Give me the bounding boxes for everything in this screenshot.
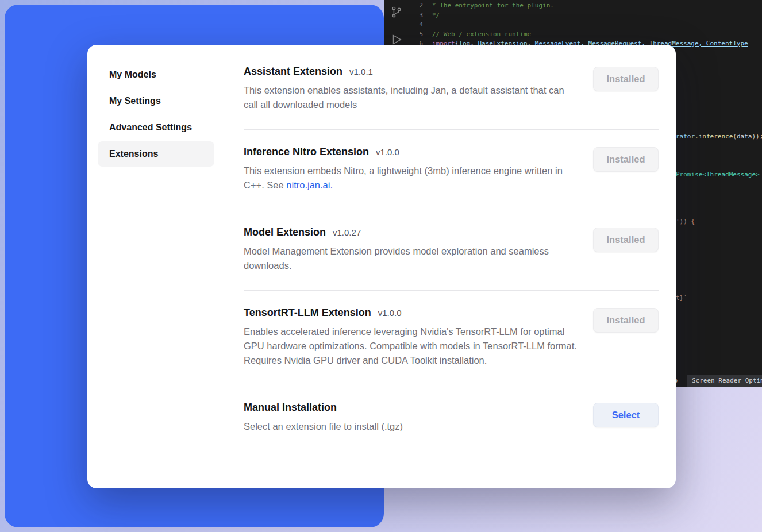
code-text: * The entrypoint for the plugin.	[432, 1, 554, 11]
code-fragment: Promise<ThreadMessage>	[676, 170, 760, 180]
line-number: 4	[409, 20, 432, 30]
installed-button[interactable]: Installed	[593, 147, 659, 172]
extension-version: v1.0.0	[378, 308, 402, 318]
extension-version: v1.0.27	[333, 228, 361, 237]
code-text: */	[432, 11, 440, 21]
code-text: // Web / extension runtime	[432, 30, 531, 40]
manual-installation-row: Manual Installation Select an extension …	[244, 385, 659, 451]
extension-version: v1.0.1	[349, 67, 373, 76]
extension-version: v1.0.0	[376, 147, 399, 157]
sidebar-item-my-models[interactable]: My Models	[98, 62, 214, 87]
extension-description: This extension embeds Nitro, a lightweig…	[244, 164, 579, 192]
code-fragment: t}`	[676, 294, 687, 303]
code-fragment: ')) {	[676, 217, 695, 227]
line-number: 3	[409, 11, 432, 21]
extension-description: Model Management Extension provides mode…	[244, 244, 579, 273]
extension-title: TensortRT-LLM Extension	[244, 307, 371, 319]
extension-title: Model Extension	[244, 226, 326, 238]
installed-button[interactable]: Installed	[593, 308, 659, 333]
extension-row-assistant: Assistant Extension v1.0.1 This extensio…	[244, 49, 659, 130]
sidebar-item-advanced-settings[interactable]: Advanced Settings	[98, 115, 214, 140]
code-line: 4	[409, 20, 762, 30]
extension-row-tensorrt-llm: TensortRT-LLM Extension v1.0.0 Enables a…	[244, 291, 659, 385]
extension-row-model: Model Extension v1.0.27 Model Management…	[244, 210, 659, 291]
code-area: 2 * The entrypoint for the plugin. 3 */ …	[409, 1, 762, 49]
code-fragment: rator.inference(data));	[676, 132, 762, 142]
settings-modal: My Models My Settings Advanced Settings …	[87, 45, 676, 488]
installed-button[interactable]: Installed	[593, 67, 659, 91]
code-line: 5 // Web / extension runtime	[409, 30, 762, 40]
git-branch-icon[interactable]	[390, 6, 403, 18]
run-debug-icon[interactable]	[390, 33, 403, 46]
line-number: 2	[409, 1, 432, 11]
extension-description: This extension enables assistants, inclu…	[244, 83, 579, 112]
line-number: 5	[409, 30, 432, 40]
select-file-button[interactable]: Select	[593, 403, 659, 427]
manual-installation-title: Manual Installation	[244, 402, 337, 414]
sidebar-item-my-settings[interactable]: My Settings	[98, 88, 214, 114]
code-line: 2 * The entrypoint for the plugin.	[409, 1, 762, 11]
extension-description: Enables accelerated inference leveraging…	[244, 325, 579, 368]
extensions-panel: Assistant Extension v1.0.1 This extensio…	[224, 45, 676, 488]
manual-installation-description: Select an extension file to install (.tg…	[244, 419, 403, 434]
code-line: 3 */	[409, 11, 762, 21]
screen-reader-badge[interactable]: Screen Reader Optimize	[687, 375, 762, 387]
installed-button[interactable]: Installed	[593, 228, 659, 252]
extension-title: Assistant Extension	[244, 65, 342, 78]
sidebar-item-extensions[interactable]: Extensions	[98, 141, 214, 167]
extension-row-inference-nitro: Inference Nitro Extension v1.0.0 This ex…	[244, 130, 659, 210]
settings-sidebar: My Models My Settings Advanced Settings …	[87, 45, 224, 488]
extension-title: Inference Nitro Extension	[244, 146, 369, 158]
nitro-link[interactable]: nitro.jan.ai.	[286, 180, 333, 190]
